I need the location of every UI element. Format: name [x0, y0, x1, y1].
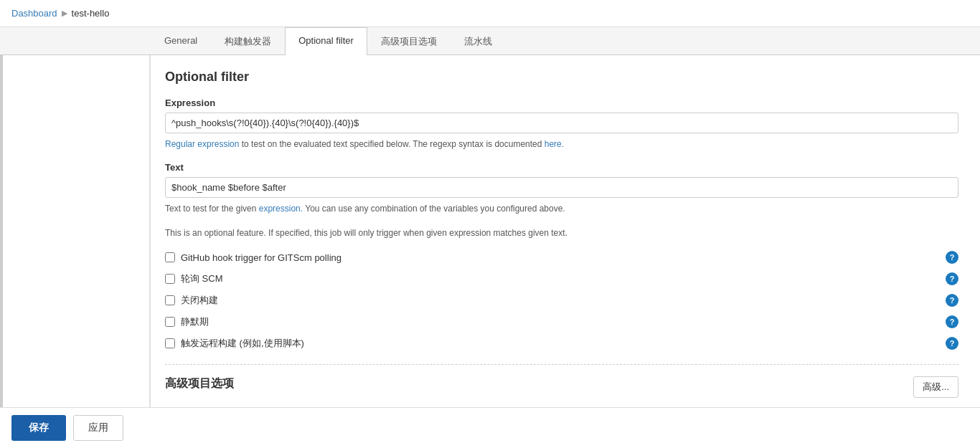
expression-here-link[interactable]: here.: [545, 139, 564, 149]
expression-help-text: Regular expression to test on the evalua…: [165, 138, 958, 151]
poll-scm-label: 轮询 SCM: [181, 272, 223, 285]
quiet-period-help-icon[interactable]: ?: [946, 315, 958, 328]
checkboxes-section: GitHub hook trigger for GITScm polling ?…: [165, 251, 958, 350]
checkbox-row-disable-build: 关闭构建 ?: [165, 294, 958, 307]
advanced-section: 高级... 高级项目选项: [165, 364, 958, 391]
apply-button[interactable]: 应用: [73, 415, 123, 441]
advanced-button[interactable]: 高级...: [913, 376, 958, 398]
checkbox-row-poll-scm: 轮询 SCM ?: [165, 272, 958, 285]
quiet-period-checkbox[interactable]: [165, 317, 175, 327]
expression-regex-link[interactable]: Regular expression: [165, 139, 239, 149]
quiet-period-label: 静默期: [181, 315, 209, 328]
advanced-section-title: 高级项目选项: [165, 376, 958, 391]
section-title: Optional filter: [165, 70, 958, 85]
text-label: Text: [165, 162, 958, 173]
tab-build-trigger[interactable]: 构建触发器: [211, 27, 285, 55]
checkbox-row-remote-trigger: 触发远程构建 (例如,使用脚本) ?: [165, 337, 958, 350]
checkbox-row-quiet-period: 静默期 ?: [165, 315, 958, 328]
disable-build-help-icon[interactable]: ?: [946, 294, 958, 307]
tab-general[interactable]: General: [151, 27, 211, 55]
sidebar: [0, 55, 151, 448]
poll-scm-checkbox[interactable]: [165, 274, 175, 284]
disable-build-label: 关闭构建: [181, 294, 218, 307]
tab-pipeline[interactable]: 流水线: [451, 27, 506, 55]
text-help-text: Text to test for the given expression. Y…: [165, 202, 958, 215]
tab-advanced-options[interactable]: 高级项目选项: [367, 27, 451, 55]
expression-field-group: Expression Regular expression to test on…: [165, 97, 958, 151]
breadcrumb-dashboard[interactable]: Dashboard: [11, 8, 57, 19]
optional-note: This is an optional feature. If specifie…: [165, 227, 958, 239]
expression-input[interactable]: [165, 113, 958, 133]
breadcrumb: Dashboard ▶ test-hello: [0, 0, 980, 27]
github-hook-help-icon[interactable]: ?: [946, 251, 958, 264]
remote-trigger-label: 触发远程构建 (例如,使用脚本): [181, 337, 304, 350]
checkbox-row-github-hook: GitHub hook trigger for GITScm polling ?: [165, 251, 958, 264]
text-input[interactable]: [165, 177, 958, 198]
form-content: Optional filter Expression Regular expre…: [151, 55, 980, 448]
action-bar: 保存 应用: [0, 407, 980, 448]
expression-label: Expression: [165, 97, 958, 108]
text-expression-link[interactable]: expression.: [259, 204, 303, 214]
tab-bar: General 构建触发器 Optional filter 高级项目选项 流水线: [0, 27, 980, 55]
save-button[interactable]: 保存: [11, 415, 66, 441]
breadcrumb-project: test-hello: [72, 8, 110, 19]
content-panel: Optional filter Expression Regular expre…: [0, 55, 980, 448]
disable-build-checkbox[interactable]: [165, 295, 175, 305]
remote-trigger-help-icon[interactable]: ?: [946, 337, 958, 350]
poll-scm-help-icon[interactable]: ?: [946, 272, 958, 285]
github-hook-label: GitHub hook trigger for GITScm polling: [181, 252, 341, 263]
remote-trigger-checkbox[interactable]: [165, 338, 175, 348]
github-hook-checkbox[interactable]: [165, 252, 175, 262]
tab-optional-filter[interactable]: Optional filter: [285, 27, 367, 55]
breadcrumb-separator: ▶: [62, 9, 67, 18]
text-field-group: Text Text to test for the given expressi…: [165, 162, 958, 215]
